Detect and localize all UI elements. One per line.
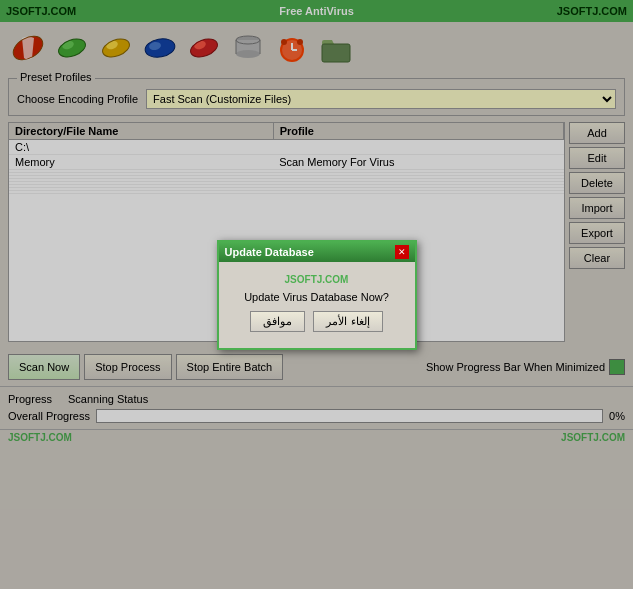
modal-title-bar: Update Database ✕ [219, 242, 415, 262]
modal-message: Update Virus Database Now? [229, 291, 405, 303]
modal-buttons: موافق إلغاء الأمر [229, 311, 405, 340]
modal-title: Update Database [225, 246, 314, 258]
modal-ok-button[interactable]: موافق [250, 311, 305, 332]
modal-cancel-button[interactable]: إلغاء الأمر [313, 311, 382, 332]
modal-overlay: Update Database ✕ JSOFTJ.COM Update Viru… [0, 0, 633, 589]
modal-dialog: Update Database ✕ JSOFTJ.COM Update Viru… [217, 240, 417, 350]
modal-watermark: JSOFTJ.COM [229, 274, 405, 285]
modal-close-button[interactable]: ✕ [395, 245, 409, 259]
modal-body: JSOFTJ.COM Update Virus Database Now? مو… [219, 262, 415, 348]
